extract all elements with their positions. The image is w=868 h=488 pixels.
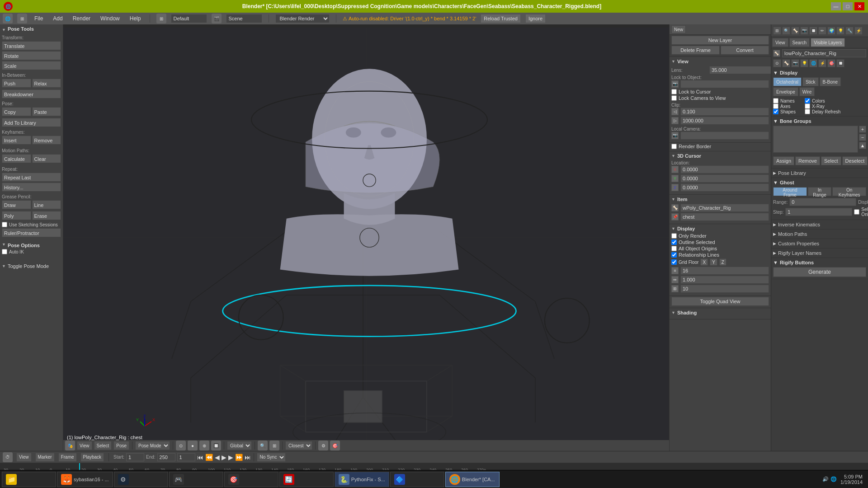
outline-selected-checkbox[interactable] xyxy=(671,239,677,245)
jump-end-btn[interactable]: ⏭ xyxy=(245,454,251,461)
ruler-button[interactable]: Ruler/Protractor xyxy=(2,228,61,237)
bone-groups-title[interactable]: ▼ Bone Groups xyxy=(773,118,866,124)
prop-icon6[interactable]: ⚡ xyxy=(818,59,826,67)
render-border-checkbox[interactable] xyxy=(671,144,677,149)
close-button[interactable]: ✕ xyxy=(854,2,864,10)
delete-frame-button[interactable]: Delete Frame xyxy=(671,46,720,55)
far-display-title[interactable]: ▼ Display xyxy=(773,70,866,75)
custom-props-title[interactable]: ▶ Custom Properties xyxy=(773,241,866,246)
view-section-title[interactable]: ▼ View xyxy=(671,59,769,64)
lens-input[interactable] xyxy=(709,66,771,74)
ik-title[interactable]: ▶ Inverse Kinematics xyxy=(773,222,866,227)
reload-trusted-button[interactable]: Reload Trusted xyxy=(481,14,521,23)
add-library-button[interactable]: Add To Library xyxy=(2,118,61,127)
engine-select[interactable]: Blender Render xyxy=(275,14,330,23)
add-bone-group-button[interactable]: + xyxy=(859,126,866,133)
only-render-checkbox[interactable] xyxy=(671,233,677,239)
timeline-frame-btn[interactable]: Frame xyxy=(58,453,77,462)
grid-z-button[interactable]: Z xyxy=(719,258,726,266)
taskbar-blender-active[interactable]: 🌐 Blender* [CA... xyxy=(445,472,500,487)
wire-btn[interactable]: Wire xyxy=(799,87,815,96)
scale-input[interactable] xyxy=(680,276,769,284)
use-sketching-checkbox[interactable] xyxy=(2,222,7,227)
push-button[interactable]: Push xyxy=(2,79,31,88)
in-range-btn[interactable]: In Range xyxy=(808,187,832,196)
current-frame-input[interactable] xyxy=(177,453,195,461)
clip-end-input[interactable] xyxy=(680,117,769,125)
next-keyframe-btn[interactable]: ⏩ xyxy=(235,454,243,461)
prop-icon3[interactable]: 📷 xyxy=(791,59,799,67)
prev-keyframe-btn[interactable]: ⏪ xyxy=(205,454,213,461)
ignore-button[interactable]: Ignore xyxy=(525,14,546,23)
far-icon2[interactable]: 🔍 xyxy=(782,27,790,35)
taskbar-game2[interactable]: 🎯 xyxy=(224,472,278,487)
view-field[interactable] xyxy=(171,14,207,23)
around-frame-btn[interactable]: Around Frame xyxy=(773,187,807,196)
display-section-title[interactable]: ▼ Display xyxy=(671,226,769,231)
assign-button[interactable]: Assign xyxy=(773,156,794,165)
menu-render[interactable]: Render xyxy=(70,14,93,23)
prop-icon4[interactable]: 💡 xyxy=(800,59,808,67)
deselect-group-button[interactable]: Deselect xyxy=(842,156,868,165)
far-icon1[interactable]: ⊞ xyxy=(773,27,781,35)
relationship-lines-checkbox[interactable] xyxy=(671,252,677,258)
grid-floor-checkbox[interactable] xyxy=(671,259,677,265)
taskbar-python[interactable]: 🐍 PythonFix - S... xyxy=(335,472,389,487)
end-frame-input[interactable] xyxy=(157,453,175,461)
prop-icon7[interactable]: 🎯 xyxy=(827,59,835,67)
pivot-select[interactable]: Global xyxy=(227,441,252,450)
grid-y-button[interactable]: Y xyxy=(710,258,717,266)
search-tab[interactable]: Search xyxy=(789,38,810,47)
shapes-checkbox[interactable] xyxy=(773,109,778,114)
far-icon10[interactable]: ⚡ xyxy=(854,27,863,35)
erase-button[interactable]: Erase xyxy=(32,211,61,220)
timeline-view-btn[interactable]: View xyxy=(16,453,32,462)
play-btn[interactable]: ▶ xyxy=(222,454,226,461)
cursor-section-title[interactable]: ▼ 3D Cursor xyxy=(671,153,769,159)
taskbar-firefox[interactable]: 🦊 sybastian16 - ... xyxy=(57,472,113,487)
history-button[interactable]: History... xyxy=(2,183,61,192)
selected-only-checkbox[interactable] xyxy=(854,209,859,215)
x-ray-checkbox[interactable] xyxy=(805,103,810,109)
view-btn[interactable]: View xyxy=(77,441,92,450)
cursor-y-input[interactable] xyxy=(680,174,769,183)
remove-button[interactable]: Remove xyxy=(32,136,61,145)
menu-file[interactable]: File xyxy=(32,14,46,23)
far-icon5[interactable]: 🔲 xyxy=(809,27,817,35)
colors-checkbox[interactable] xyxy=(805,98,810,103)
new-button[interactable]: New xyxy=(671,25,686,33)
subdivisions-input[interactable] xyxy=(680,285,769,293)
pose-library-title[interactable]: ▶ Pose Library xyxy=(773,170,866,176)
step-input[interactable] xyxy=(785,208,852,216)
rig-name-input[interactable] xyxy=(782,49,866,57)
prop-icon1[interactable]: ⊙ xyxy=(773,59,781,67)
range-input[interactable] xyxy=(789,198,856,206)
draw-button[interactable]: Draw xyxy=(2,200,31,209)
timeline-playback-btn[interactable]: Playback xyxy=(80,453,104,462)
move-up-bone-group-button[interactable]: ▲ xyxy=(859,142,866,149)
repeat-last-button[interactable]: Repeat Last xyxy=(2,173,61,182)
shading-section-title[interactable]: ▼ Shading xyxy=(671,310,769,315)
far-icon9[interactable]: 🔧 xyxy=(845,27,854,35)
menu-help[interactable]: Help xyxy=(127,14,144,23)
pose-btn[interactable]: Pose xyxy=(113,441,129,450)
delay-refresh-checkbox[interactable] xyxy=(805,109,810,114)
viewport[interactable]: User Ortho xyxy=(63,24,669,451)
taskbar-blender-icon[interactable]: 🔷 xyxy=(390,472,444,487)
convert-button[interactable]: Convert xyxy=(721,46,769,55)
rig-input[interactable] xyxy=(680,204,769,212)
taskbar-game1[interactable]: 🎮 xyxy=(169,472,223,487)
b-bone-btn[interactable]: B-Bone xyxy=(820,77,841,86)
select-btn[interactable]: Select xyxy=(94,441,112,450)
prop-icon8[interactable]: 🔲 xyxy=(836,59,844,67)
lock-camera-checkbox[interactable] xyxy=(671,95,677,101)
visible-layers-tab[interactable]: Visible Layers xyxy=(811,38,845,47)
prev-frame-btn[interactable]: ◀ xyxy=(215,454,220,461)
mode-select[interactable]: Pose Mode xyxy=(135,441,170,450)
motion-paths-far-title[interactable]: ▶ Motion Paths xyxy=(773,231,866,237)
prop-icon5[interactable]: 🌐 xyxy=(809,59,817,67)
remove-bone-group-button[interactable]: − xyxy=(859,134,866,141)
lines-input[interactable] xyxy=(680,267,769,275)
far-icon4[interactable]: 📷 xyxy=(800,27,808,35)
paste-button[interactable]: Paste xyxy=(32,107,61,116)
